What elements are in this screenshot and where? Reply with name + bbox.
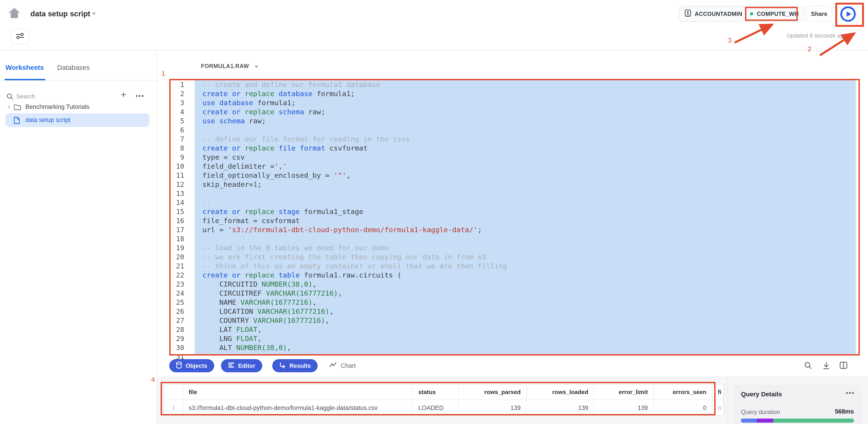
code-line[interactable]: NAME VARCHAR(16777216), — [195, 298, 856, 307]
chevron-right-icon[interactable]: › — [8, 102, 10, 110]
search-input[interactable]: Search — [6, 93, 13, 102]
code-line[interactable]: -- — [195, 198, 856, 207]
line-number: 1 — [172, 80, 184, 89]
code-line[interactable]: CIRCUITID NUMBER(38,0), — [195, 280, 856, 289]
code-line[interactable] — [195, 126, 856, 135]
code-line[interactable]: skip_header=1; — [195, 180, 856, 189]
results-button[interactable]: Results — [272, 359, 318, 372]
code-line[interactable]: -- load in the 8 tables we need for our … — [195, 243, 856, 253]
code-line[interactable]: create or replace database formula1; — [195, 89, 856, 98]
objects-button[interactable]: Objects — [169, 359, 214, 372]
line-number: 23 — [172, 280, 184, 289]
code-line[interactable]: file_format = csvformat — [195, 216, 856, 225]
line-number: 29 — [172, 334, 184, 343]
context-pill[interactable]: ACCOUNTADMIN COMPUTE_WH — [679, 6, 804, 22]
chart-line-icon — [330, 361, 337, 369]
warehouse-status-dot — [750, 12, 753, 15]
duration-bar-segment — [741, 419, 757, 423]
code-line[interactable]: URL VARCHAR(16777216), — [195, 352, 856, 354]
table-row[interactable]: 1s3://formula1-dbt-cloud-python-demo/for… — [164, 400, 724, 415]
chart-toggle[interactable]: Chart — [330, 360, 356, 370]
annotation-arrow-3 — [735, 25, 770, 43]
table-cell[interactable]: n — [712, 400, 724, 415]
tab-worksheets[interactable]: Worksheets — [5, 64, 44, 71]
table-cell[interactable]: 1 — [164, 400, 183, 415]
header-divider — [0, 50, 868, 50]
code-line[interactable]: ALT NUMBER(38,0), — [195, 343, 856, 352]
line-number: 4 — [172, 107, 184, 117]
share-button[interactable]: Share — [806, 6, 832, 22]
line-number: 8 — [172, 144, 184, 153]
code-line[interactable] — [195, 234, 856, 243]
column-header[interactable] — [164, 385, 183, 399]
results-search-button[interactable] — [804, 361, 812, 371]
code-line[interactable]: type = csv — [195, 153, 856, 162]
run-button[interactable] — [840, 6, 856, 22]
column-header[interactable]: rows_parsed — [459, 385, 527, 399]
new-worksheet-button[interactable]: + — [121, 89, 126, 100]
annotation-label-3: 3 — [728, 36, 732, 44]
worksheet-options-button[interactable] — [11, 29, 29, 44]
updated-status[interactable]: Updated 8 seconds ago — [786, 33, 853, 39]
sidebar-more-button[interactable]: ••• — [136, 93, 145, 99]
annotation-label-4: 4 — [151, 376, 155, 383]
split-pane-button[interactable] — [839, 361, 847, 371]
results-table[interactable]: filestatusrows_parsedrows_loadederror_li… — [164, 384, 724, 416]
table-cell[interactable]: 139 — [459, 400, 527, 415]
column-header[interactable]: errors_seen — [654, 385, 712, 399]
table-cell[interactable]: 0 — [654, 400, 712, 415]
code-line[interactable]: LOCATION VARCHAR(16777216), — [195, 307, 856, 316]
annotation-label-2: 2 — [808, 45, 811, 53]
sidebar-item-label: Benchmarking Tutorials — [25, 103, 89, 110]
code-line[interactable]: field_delimiter =',' — [195, 162, 856, 171]
line-number: 25 — [172, 298, 184, 307]
code-line[interactable]: -- think of this as an empty container o… — [195, 262, 856, 271]
code-line[interactable]: field_optionally_enclosed_by = '"', — [195, 171, 856, 180]
schema-context-selector[interactable]: FORMULA1.RAW — [201, 63, 258, 69]
code-line[interactable] — [195, 189, 856, 198]
sidebar-border — [157, 50, 157, 424]
download-icon — [822, 361, 830, 369]
code-line[interactable]: -- create and define our formula1 databa… — [195, 80, 856, 89]
code-line[interactable]: -- define our file format for reading in… — [195, 135, 856, 144]
tab-databases[interactable]: Databases — [57, 64, 90, 71]
table-cell[interactable]: 139 — [527, 400, 594, 415]
code-line[interactable]: create or replace table formula1.raw.cir… — [195, 271, 856, 280]
editor-button[interactable]: Editor — [221, 359, 262, 372]
code-line[interactable]: LAT FLOAT, — [195, 325, 856, 334]
line-number: 24 — [172, 289, 184, 298]
table-cell[interactable]: LOADED — [413, 400, 459, 415]
column-header[interactable]: error_limit — [594, 385, 654, 399]
column-header[interactable]: status — [413, 385, 459, 399]
column-header[interactable]: file — [183, 385, 413, 399]
code-line[interactable]: use schema raw; — [195, 117, 856, 126]
line-number: 12 — [172, 180, 184, 189]
worksheet-title[interactable]: data setup script — [30, 9, 90, 18]
line-number: 17 — [172, 225, 184, 234]
code-line[interactable]: use database formula1; — [195, 98, 856, 107]
code-line[interactable]: CIRCUITREF VARCHAR(16777216), — [195, 289, 856, 298]
code-line[interactable]: create or replace stage formula1_stage — [195, 207, 856, 216]
code-line[interactable]: LNG FLOAT, — [195, 334, 856, 343]
code-line[interactable]: create or replace schema raw; — [195, 107, 856, 117]
download-results-button[interactable] — [822, 361, 830, 371]
query-details-title: Query Details — [741, 390, 782, 398]
code-line[interactable]: -- we are first creating the table then … — [195, 253, 856, 262]
code-line[interactable]: create or replace file format csvformat — [195, 144, 856, 153]
line-number: 9 — [172, 153, 184, 162]
sidebar-item-folder[interactable]: › Benchmarking Tutorials — [0, 102, 157, 113]
sidebar-item-worksheet-selected[interactable]: data setup script — [5, 113, 149, 127]
query-details-menu-button[interactable]: ••• — [846, 390, 855, 396]
editor-code[interactable]: -- create and define our formula1 databa… — [195, 80, 856, 354]
home-button[interactable] — [8, 7, 22, 20]
code-line[interactable]: COUNTRY VARCHAR(16777216), — [195, 316, 856, 325]
line-number: 27 — [172, 316, 184, 325]
code-line[interactable]: url = 's3://formula1-dbt-cloud-python-de… — [195, 225, 856, 234]
line-number: 16 — [172, 216, 184, 225]
column-header[interactable]: rows_loaded — [527, 385, 594, 399]
title-dropdown-icon[interactable] — [92, 13, 96, 15]
table-cell[interactable]: s3://formula1-dbt-cloud-python-demo/form… — [183, 400, 413, 415]
column-header[interactable]: fi — [712, 385, 724, 399]
role-badge-icon — [685, 9, 691, 19]
table-cell[interactable]: 139 — [594, 400, 654, 415]
